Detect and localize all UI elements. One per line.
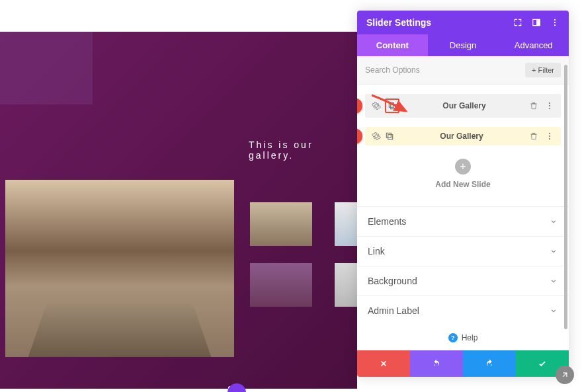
- gear-icon[interactable]: [372, 132, 381, 141]
- svg-point-4: [554, 24, 556, 26]
- add-new-slide[interactable]: + Add New Slide: [365, 155, 561, 201]
- svg-point-14: [549, 138, 550, 139]
- duplicate-icon[interactable]: [385, 132, 394, 141]
- panel-footer: [357, 350, 569, 377]
- accordion-elements[interactable]: Elements: [357, 206, 569, 236]
- svg-point-8: [549, 105, 550, 106]
- tab-content[interactable]: Content: [357, 34, 428, 56]
- undo-button[interactable]: [410, 350, 463, 377]
- redo-button[interactable]: [463, 350, 516, 377]
- plus-icon[interactable]: +: [455, 159, 471, 175]
- gallery-thumb[interactable]: [250, 202, 312, 246]
- scrollbar-thumb[interactable]: [564, 65, 567, 329]
- slide-label: Our Gallery: [394, 132, 529, 141]
- accordion-background[interactable]: Background: [357, 266, 569, 295]
- svg-point-13: [549, 136, 550, 137]
- filter-button[interactable]: + Filter: [525, 63, 561, 77]
- scrollbar[interactable]: [564, 65, 567, 356]
- svg-rect-11: [386, 133, 391, 137]
- annotation-badge: 2: [357, 128, 362, 144]
- add-new-label: Add New Slide: [365, 180, 561, 189]
- slides-list: 1 Our Gallery 2 Our Gallery: [357, 85, 569, 206]
- svg-point-2: [554, 19, 556, 20]
- help-icon: ?: [448, 333, 458, 342]
- svg-point-12: [549, 133, 550, 134]
- panel-header: Slider Settings: [357, 11, 569, 34]
- duplicate-icon[interactable]: [385, 98, 399, 113]
- tab-design[interactable]: Design: [428, 34, 499, 56]
- slide-label: Our Gallery: [399, 101, 529, 110]
- annotation-badge: 1: [357, 98, 362, 114]
- trash-icon[interactable]: [529, 101, 538, 110]
- more-icon[interactable]: [545, 101, 554, 110]
- module-placeholder[interactable]: [0, 32, 93, 104]
- gear-icon[interactable]: [372, 101, 381, 110]
- chevron-down-icon: [549, 306, 558, 315]
- tab-advanced[interactable]: Advanced: [498, 34, 569, 56]
- cancel-button[interactable]: [357, 350, 410, 377]
- svg-point-3: [554, 22, 556, 23]
- slide-main-image: [5, 180, 234, 357]
- search-input[interactable]: Search Options: [365, 65, 420, 75]
- chevron-down-icon: [549, 217, 558, 226]
- slider-heading: This is our gallery.: [249, 139, 357, 161]
- svg-rect-10: [388, 135, 393, 139]
- trash-icon[interactable]: [529, 132, 538, 141]
- panel-title: Slider Settings: [366, 17, 431, 28]
- search-row: Search Options + Filter: [357, 56, 569, 85]
- snap-icon[interactable]: [532, 18, 541, 27]
- accordion-admin-label[interactable]: Admin Label: [357, 295, 569, 325]
- svg-rect-5: [391, 104, 395, 109]
- chevron-down-icon: [549, 247, 558, 256]
- chevron-down-icon: [549, 276, 558, 286]
- resize-handle[interactable]: [556, 366, 574, 384]
- settings-panel: Slider Settings Content Design Advanced …: [357, 11, 569, 377]
- more-icon[interactable]: [545, 132, 554, 141]
- panel-tabs: Content Design Advanced: [357, 34, 569, 56]
- expand-icon[interactable]: [513, 18, 522, 27]
- svg-rect-1: [536, 19, 540, 25]
- help-label: Help: [462, 333, 478, 342]
- accordion-link[interactable]: Link: [357, 236, 569, 266]
- help-link[interactable]: ? Help: [357, 325, 569, 350]
- slide-item[interactable]: 1 Our Gallery: [365, 94, 561, 118]
- page-canvas: This is our gallery.: [0, 32, 357, 389]
- more-icon[interactable]: [550, 18, 560, 27]
- slide-item[interactable]: 2 Our Gallery: [365, 127, 561, 145]
- svg-point-7: [549, 102, 550, 104]
- gallery-thumb[interactable]: [250, 263, 312, 307]
- svg-rect-6: [389, 102, 394, 107]
- svg-point-9: [549, 108, 550, 109]
